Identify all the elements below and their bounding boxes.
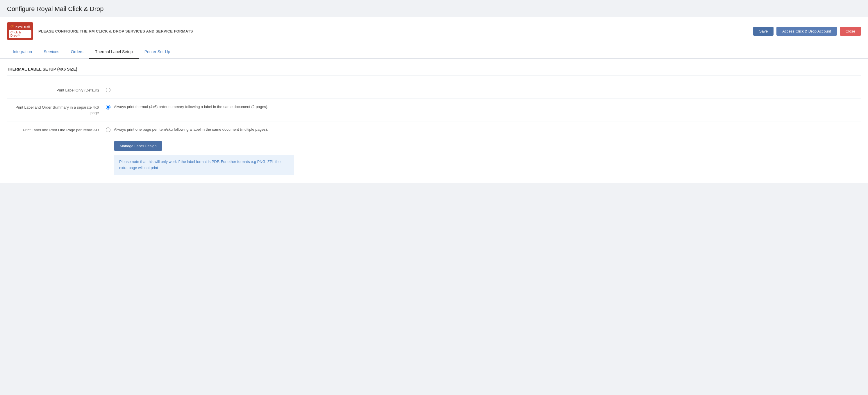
option-row-2: Print Label and Order Summary in a separ… — [7, 99, 861, 122]
page-title: Configure Royal Mail Click & Drop — [7, 5, 861, 13]
crown-icon: ♔ — [10, 24, 14, 29]
radio-print-label-order-summary[interactable] — [106, 105, 111, 109]
option-label-2: Print Label and Order Summary in a separ… — [7, 104, 106, 116]
option-label-3: Print Label and Print One Page per Item/… — [7, 127, 106, 133]
access-account-button[interactable]: Access Click & Drop Account — [776, 27, 837, 36]
logo-badge: Click & Drop™ — [9, 30, 31, 38]
radio-print-label-only[interactable] — [106, 88, 111, 92]
tab-integration[interactable]: Integration — [7, 45, 38, 59]
option-row-1: Print Label Only (Default) — [7, 81, 861, 99]
option-description-3: Always print one page per item/sku follo… — [114, 127, 268, 132]
save-button[interactable]: Save — [753, 27, 774, 36]
royal-mail-logo: ♔ Royal Mail Click & Drop™ — [7, 22, 33, 40]
option-label-1: Print Label Only (Default) — [7, 87, 106, 93]
tabs-bar: Integration Services Orders Thermal Labe… — [0, 45, 868, 59]
close-button[interactable]: Close — [840, 27, 861, 36]
notice-text: Please note that this will only work if … — [114, 155, 294, 175]
notice-box: Please note that this will only work if … — [106, 155, 861, 175]
tab-thermal-label-setup[interactable]: Thermal Label Setup — [89, 45, 139, 59]
tab-services[interactable]: Services — [38, 45, 65, 59]
option-row-3: Print Label and Print One Page per Item/… — [7, 122, 861, 138]
section-title: THERMAL LABEL SETUP (4X6 SIZE) — [7, 67, 861, 76]
header-headline: PLEASE CONFIGURE THE RM CLICK & DROP SER… — [38, 29, 193, 33]
radio-print-label-per-sku[interactable] — [106, 128, 111, 132]
tab-orders[interactable]: Orders — [65, 45, 89, 59]
manage-label-design-button[interactable]: Manage Label Design — [114, 141, 162, 151]
tab-printer-setup[interactable]: Printer Set-Up — [139, 45, 176, 59]
option-description-2: Always print thermal (4x6) order summary… — [114, 104, 268, 110]
